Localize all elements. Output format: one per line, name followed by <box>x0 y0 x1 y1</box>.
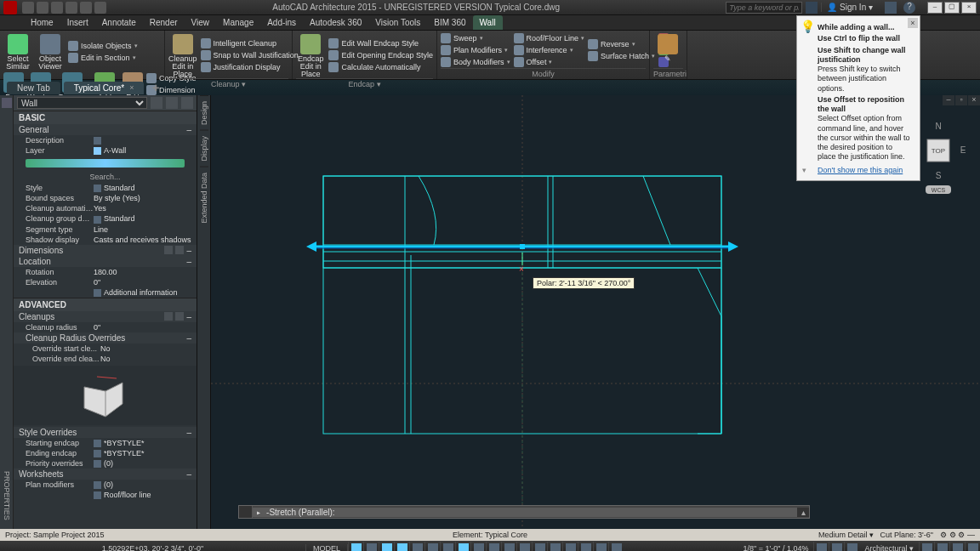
subcat-worksheets[interactable]: Worksheets– <box>14 469 197 480</box>
command-icon[interactable] <box>239 506 253 518</box>
tab-annotate[interactable]: Annotate <box>95 15 143 30</box>
hw-accel-toggle[interactable] <box>919 542 934 551</box>
toggle-pickadd-icon[interactable] <box>181 97 193 109</box>
search-label[interactable]: Search... <box>14 171 197 183</box>
endcap-edit-button[interactable]: Endcap Edit in Place <box>296 32 325 78</box>
prop-end-endcap[interactable]: Ending endcap*BYSTYLE* <box>14 448 197 458</box>
cleanup-edit-button[interactable]: Cleanup Edit in Place <box>168 32 197 78</box>
prop-roof-floor-line[interactable]: Roof/floor line <box>14 490 197 500</box>
pin-icon[interactable] <box>2 98 12 108</box>
sweep-button[interactable]: Sweep▾ <box>441 32 510 44</box>
justification-display-button[interactable]: Justification Display <box>201 61 299 73</box>
customize-button[interactable] <box>965 542 980 551</box>
prop-cleanup-auto[interactable]: Cleanup automaticallyYes <box>14 203 197 213</box>
tab-manage[interactable]: Manage <box>216 15 260 30</box>
tip-dont-show-link[interactable]: Don't show me this again <box>818 166 903 175</box>
osnap-toggle[interactable] <box>409 542 424 551</box>
interference-button[interactable]: Interference▾ <box>514 44 585 56</box>
tab-vision[interactable]: Vision Tools <box>368 15 427 30</box>
prop-priority[interactable]: Priority overrides(0) <box>14 458 197 469</box>
parametric-button[interactable]: ✎ <box>653 32 682 68</box>
side-tab-display[interactable]: Display <box>200 130 208 167</box>
file-tab-new[interactable]: New Tab <box>7 82 60 94</box>
transparency-toggle[interactable] <box>486 542 501 551</box>
command-history-button[interactable]: ▴ <box>797 508 809 517</box>
misc-toggle-2[interactable] <box>578 542 593 551</box>
pick-icon[interactable] <box>166 97 178 109</box>
edit-wall-endcap-button[interactable]: Edit Wall Endcap Style <box>328 37 433 49</box>
otrack-toggle[interactable] <box>424 542 440 551</box>
clean-screen-toggle[interactable] <box>949 542 965 551</box>
snap-toggle[interactable] <box>363 542 379 551</box>
tab-insert[interactable]: Insert <box>60 15 95 30</box>
help-search-input[interactable] <box>726 2 802 14</box>
side-tab-design[interactable]: Design <box>200 95 208 130</box>
anno-toggle-2[interactable] <box>829 542 844 551</box>
status-tools[interactable]: ⚙ ⚙ ⚙ — <box>940 531 975 539</box>
save-icon[interactable] <box>51 2 63 14</box>
signin-button[interactable]: 👤 Sign In ▾ <box>821 3 878 12</box>
offset-button[interactable]: Offset▾ <box>514 56 585 68</box>
prop-cleanup-radius[interactable]: Cleanup radius0" <box>14 322 197 332</box>
close-button[interactable]: × <box>961 2 977 14</box>
lwt-toggle[interactable] <box>470 542 486 551</box>
polar-toggle[interactable] <box>394 542 409 551</box>
prop-plan-modifiers[interactable]: Plan modifiers(0) <box>14 480 197 490</box>
new-tab-button[interactable]: ✚ <box>147 82 164 94</box>
ortho-toggle[interactable] <box>379 542 394 551</box>
tab-wall[interactable]: Wall <box>473 15 503 30</box>
prop-addl-info[interactable]: Additional information <box>14 287 197 298</box>
tab-view[interactable]: View <box>185 15 217 30</box>
prop-description[interactable]: Description <box>14 135 197 145</box>
subcat-general[interactable]: General– <box>14 124 197 135</box>
subcat-cro[interactable]: Cleanup Radius Overrides– <box>14 332 197 344</box>
minimize-button[interactable]: – <box>927 2 943 14</box>
sc-toggle[interactable] <box>501 542 516 551</box>
app-logo[interactable] <box>3 1 17 14</box>
open-icon[interactable] <box>37 2 48 14</box>
exchange-icon[interactable] <box>885 2 897 14</box>
tab-addins[interactable]: Add-ins <box>260 15 303 30</box>
edit-opening-endcap-button[interactable]: Edit Opening Endcap Style <box>328 49 433 61</box>
reverse-button[interactable]: Reverse▾ <box>588 38 655 50</box>
tab-a360[interactable]: Autodesk 360 <box>303 15 368 30</box>
subcat-dimensions[interactable]: Dimensions– <box>14 245 197 256</box>
calculate-auto-button[interactable]: Calculate Automatically <box>328 61 433 73</box>
model-button[interactable]: MODEL <box>306 544 348 551</box>
cutplane-label[interactable]: Cut Plane: 3'-6" <box>880 531 933 539</box>
tab-render[interactable]: Render <box>143 15 185 30</box>
maximize-button[interactable]: ▢ <box>944 2 960 14</box>
prop-layer[interactable]: LayerA-Wall <box>14 145 197 156</box>
new-icon[interactable] <box>22 2 34 14</box>
help-icon[interactable]: ? <box>903 2 915 14</box>
prop-cleanup-group[interactable]: Cleanup group defini...Standard <box>14 213 197 224</box>
subcat-style-overrides[interactable]: Style Overrides– <box>14 427 197 438</box>
anno-toggle-1[interactable] <box>813 542 829 551</box>
qp-toggle[interactable] <box>516 542 532 551</box>
tab-bim360[interactable]: BIM 360 <box>427 15 472 30</box>
close-icon[interactable]: × <box>129 83 134 92</box>
prop-style[interactable]: StyleStandard <box>14 183 197 193</box>
prop-rotation[interactable]: Rotation180.00 <box>14 267 197 277</box>
prop-shadow[interactable]: Shadow displayCasts and receives shadows <box>14 235 197 245</box>
subcat-location[interactable]: Location– <box>14 256 197 267</box>
isolate-toggle[interactable] <box>934 542 949 551</box>
misc-toggle-4[interactable] <box>608 542 624 551</box>
workspace-dropdown[interactable]: Architectural ▾ <box>859 544 919 551</box>
redo-icon[interactable] <box>94 2 106 14</box>
dyn-toggle[interactable] <box>455 542 470 551</box>
prop-override-start[interactable]: Override start cle...No <box>14 344 197 354</box>
isolate-objects-button[interactable]: Isolate Objects▾ <box>68 40 138 52</box>
am-toggle[interactable] <box>532 542 547 551</box>
search-icon[interactable] <box>806 2 818 14</box>
prop-elevation[interactable]: Elevation0" <box>14 277 197 287</box>
plan-modifiers-button[interactable]: Plan Modifiers▾ <box>441 44 510 56</box>
ducs-toggle[interactable] <box>440 542 455 551</box>
object-viewer-button[interactable]: Object Viewer <box>36 32 65 71</box>
roof-floor-button[interactable]: Roof/Floor Line▾ <box>514 32 585 44</box>
tip-close-button[interactable]: × <box>908 18 918 28</box>
anno-toggle-3[interactable] <box>844 542 859 551</box>
prop-start-endcap[interactable]: Starting endcap*BYSTYLE* <box>14 438 197 448</box>
anno-scale[interactable]: 1/8" = 1'-0" / 1.04% <box>738 544 814 551</box>
properties-tab[interactable]: PROPERTIES <box>3 468 11 524</box>
